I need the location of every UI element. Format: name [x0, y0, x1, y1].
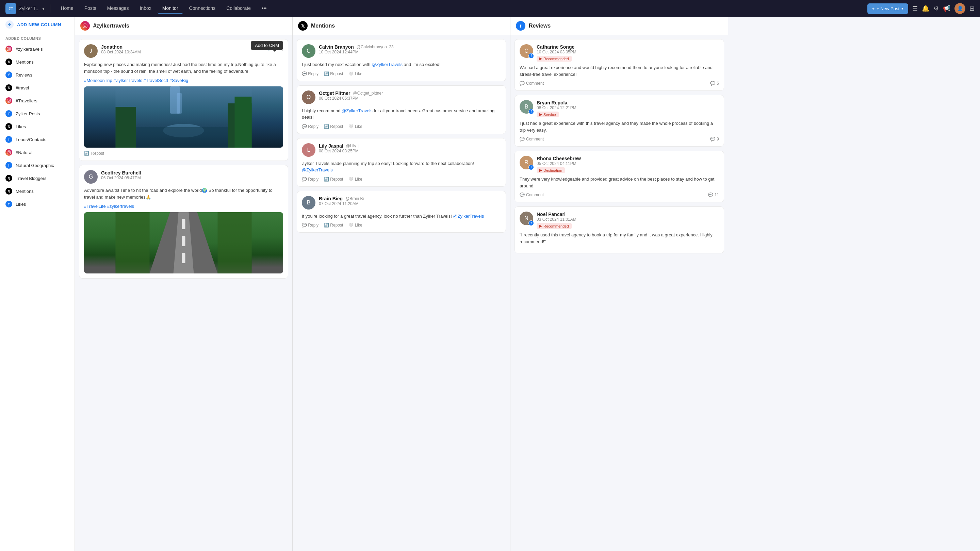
columns-area: #zylkertravels J Jonathon 08 Oct 2024 10… [75, 17, 980, 551]
reply-action[interactable]: 💬 Reply [302, 177, 318, 182]
facebook-icon: f [5, 110, 12, 117]
column-header-zylkertravels: #zylkertravels [75, 17, 292, 35]
nav-more[interactable]: ••• [257, 3, 272, 14]
mention-link: @ZylkerTravels [302, 167, 333, 172]
repost-label[interactable]: Repost [91, 151, 104, 156]
like-action[interactable]: 🤍 Like [348, 223, 362, 227]
nav-messages[interactable]: Messages [102, 3, 134, 14]
comment-action[interactable]: 💬 Comment [520, 192, 544, 197]
repost-action[interactable]: 🔄 Repost [324, 177, 343, 182]
review-body-rhona: They were very knowledgeable and provide… [520, 176, 719, 189]
review-meta-rhona: Rhona Cheesebrew 05 Oct 2024 04:11PM ▶ D… [537, 156, 719, 173]
mention-meta-calvin: Calvin Branyon @Calvinbranyon_23 10 Oct … [319, 44, 501, 54]
repost-action[interactable]: 🔄 Repost [324, 71, 343, 76]
svg-rect-27 [182, 253, 185, 263]
apps-grid-button[interactable]: ⊞ [969, 5, 975, 12]
sidebar-item-travellers-ig[interactable]: #Travellers [0, 94, 75, 107]
sidebar-item-label: #Natural [16, 150, 32, 155]
svg-rect-11 [83, 24, 87, 28]
tag-icon: ▶ [539, 56, 542, 61]
sidebar-item-label: #zylkertravels [16, 47, 43, 52]
review-header-noel: N f Noel Pancari 03 Oct 2024 11:01AM ▶ R… [520, 211, 719, 229]
sidebar-item-label: Travel Bloggers [16, 176, 47, 181]
review-header-bryan: B f Bryan Repola 08 Oct 2024 12:21PM ▶ S… [520, 100, 719, 118]
mention-header-brain: B Brain Bieg @Brain Bi 07 Oct 2024 11:20… [302, 196, 501, 210]
brand-name: Zylker T... [19, 6, 40, 11]
brand-logo[interactable]: ZT Zylker T... ▾ [5, 3, 45, 14]
repost-action[interactable]: 🔄 Repost [324, 124, 343, 129]
settings-button[interactable]: ⚙ [933, 5, 939, 12]
sidebar-item-natural-geographic-fb[interactable]: f Natural Geographic [0, 159, 75, 172]
like-action[interactable]: 🤍 Like [348, 124, 362, 129]
repost-action[interactable]: 🔄 Repost [324, 223, 343, 227]
sidebar-item-travel-x[interactable]: 𝕏 #travel [0, 81, 75, 94]
comment-action[interactable]: 💬 Comment [520, 137, 544, 141]
review-footer-catharine: 💬 Comment 💬 5 [520, 81, 719, 86]
sidebar-item-zylkertravels-ig[interactable]: #zylkertravels [0, 43, 75, 56]
review-body-bryan: I just had a great experience with this … [520, 120, 719, 133]
post-header-jonathon: J Jonathon 08 Oct 2024 10:34AM 🔗 ✏️ Add … [84, 44, 283, 58]
logo-icon: ZT [5, 3, 16, 14]
post-date: 06 Oct 2024 05:47PM [101, 176, 283, 180]
review-card-catharine: C f Catharine Songe 10 Oct 2024 03:05PM … [514, 39, 724, 91]
reply-action[interactable]: 💬 Reply [302, 124, 318, 129]
add-new-column-button[interactable]: + ADD NEW COLUMN [0, 17, 75, 32]
sidebar-item-label: Reviews [16, 73, 32, 78]
megaphone-button[interactable]: 📢 [943, 5, 950, 12]
svg-rect-8 [7, 151, 11, 154]
svg-point-12 [84, 25, 86, 27]
sidebar-item-likes2-fb[interactable]: f Likes [0, 198, 75, 211]
review-date: 03 Oct 2024 11:01AM [537, 217, 719, 222]
sidebar-item-zylker-posts-fb[interactable]: f Zylker Posts [0, 107, 75, 120]
review-meta-catharine: Catharine Songe 10 Oct 2024 03:05PM ▶ Re… [537, 44, 719, 62]
review-meta-noel: Noel Pancari 03 Oct 2024 11:01AM ▶ Recom… [537, 211, 719, 229]
sidebar-item-label: Natural Geographic [16, 163, 54, 168]
like-action[interactable]: 🤍 Like [348, 177, 362, 182]
nav-connections[interactable]: Connections [185, 3, 221, 14]
like-action[interactable]: 🤍 Like [348, 71, 362, 76]
brand-dropdown-icon[interactable]: ▾ [42, 6, 45, 11]
comment-action[interactable]: 💬 Comment [520, 81, 544, 86]
mention-avatar-brain: B [302, 196, 315, 210]
sidebar-item-mentions-x[interactable]: 𝕏 Mentions [0, 56, 75, 68]
nav-posts[interactable]: Posts [80, 3, 101, 14]
review-card-bryan: B f Bryan Repola 08 Oct 2024 12:21PM ▶ S… [514, 95, 724, 147]
sidebar-item-travel-bloggers-x[interactable]: 𝕏 Travel Bloggers [0, 172, 75, 185]
new-post-dropdown-icon: ▾ [901, 6, 904, 11]
sidebar-item-mentions2-x[interactable]: 𝕏 Mentions [0, 185, 75, 198]
reply-action[interactable]: 💬 Reply [302, 71, 318, 76]
reply-action[interactable]: 💬 Reply [302, 223, 318, 227]
sidebar-item-likes-x[interactable]: 𝕏 Likes [0, 120, 75, 133]
new-post-button[interactable]: + + New Post ▾ [867, 3, 908, 14]
mention-body-calvin: I just booked my next vacation with @Zyl… [302, 61, 501, 68]
user-avatar[interactable]: 👤 [955, 3, 966, 14]
nav-home[interactable]: Home [56, 3, 78, 14]
mention-handle: @Brain Bi [345, 196, 364, 201]
column-mentions: 𝕏 Mentions C Calvin Branyon @Calvinbrany… [293, 17, 511, 551]
review-tag-recommended: ▶ Recommended [537, 56, 572, 62]
review-avatar-rhona: R f [520, 156, 533, 169]
post-meta-geoffrey: Geoffrey Burchell 06 Oct 2024 05:47PM [101, 170, 283, 180]
sidebar-item-reviews-fb[interactable]: f Reviews [0, 68, 75, 81]
mention-card-lily: L Lily Jaspal @Lily_j 08 Oct 2024 03:25P… [297, 138, 506, 187]
nav-inbox[interactable]: Inbox [135, 3, 156, 14]
mention-date: 08 Oct 2024 05:37PM [319, 96, 501, 101]
hamburger-menu-button[interactable]: ☰ [912, 5, 918, 12]
instagram-icon [5, 149, 12, 156]
add-to-crm-tooltip[interactable]: Add to CRM [251, 41, 283, 50]
review-header-catharine: C f Catharine Songe 10 Oct 2024 03:05PM … [520, 44, 719, 62]
mention-card-brain: B Brain Bieg @Brain Bi 07 Oct 2024 11:20… [297, 191, 506, 233]
mention-avatar-calvin: C [302, 44, 315, 58]
nav-monitor[interactable]: Monitor [158, 3, 183, 14]
comment-count: 💬 5 [710, 81, 719, 86]
mention-card-calvin: C Calvin Branyon @Calvinbranyon_23 10 Oc… [297, 39, 506, 81]
notifications-button[interactable]: 🔔 [922, 5, 929, 12]
nav-collaborate[interactable]: Collaborate [221, 3, 256, 14]
sidebar-item-leads-fb[interactable]: f Leads/Contacts [0, 133, 75, 146]
count-value: 11 [714, 192, 719, 197]
tag-icon: ▶ [539, 224, 542, 228]
sidebar-item-natural-ig[interactable]: #Natural [0, 146, 75, 159]
sidebar-item-label: Mentions [16, 60, 34, 65]
post-body-jonathon: Exploring new places and making memories… [84, 61, 283, 75]
review-author-name: Noel Pancari [537, 211, 719, 217]
